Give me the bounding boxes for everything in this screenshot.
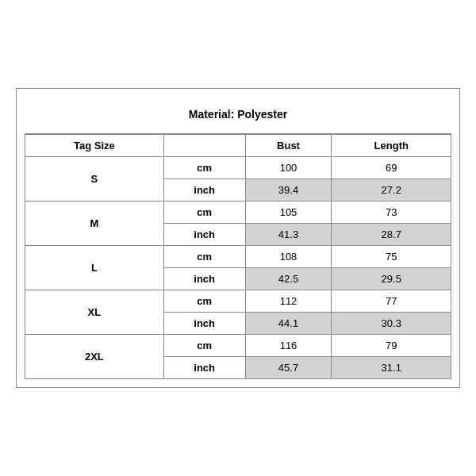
col-bust: Bust [245,135,332,157]
size-chart-container: Material: Polyester Tag Size Bust Length… [16,88,460,388]
length-cm-value: 77 [332,290,451,313]
bust-inch-value: 45.7 [245,357,332,379]
length-cm-value: 75 [332,246,451,268]
size-label: XL [25,290,164,335]
table-row: Mcm10573 [25,202,451,224]
bust-cm-value: 112 [245,290,332,313]
bust-cm-value: 116 [245,335,332,357]
unit-cm: cm [163,202,245,224]
length-cm-value: 69 [332,157,451,179]
size-label: 2XL [25,335,164,379]
chart-title: Material: Polyester [25,97,451,134]
table-row: 2XLcm11679 [25,335,451,357]
unit-cm: cm [163,157,245,179]
length-inch-value: 29.5 [332,268,451,290]
table-header-row: Tag Size Bust Length [25,135,451,157]
bust-cm-value: 105 [245,202,332,224]
length-inch-value: 31.1 [332,357,451,379]
length-inch-value: 28.7 [332,224,451,246]
bust-inch-value: 39.4 [245,179,332,202]
size-label: S [25,157,164,202]
col-unit-header [163,135,245,157]
bust-inch-value: 41.3 [245,224,332,246]
length-inch-value: 27.2 [332,179,451,202]
length-inch-value: 30.3 [332,313,451,335]
table-row: Scm10069 [25,157,451,179]
length-cm-value: 73 [332,202,451,224]
unit-inch: inch [163,224,245,246]
unit-cm: cm [163,290,245,313]
length-cm-value: 79 [332,335,451,357]
col-tag-size: Tag Size [25,135,164,157]
bust-cm-value: 108 [245,246,332,268]
bust-inch-value: 44.1 [245,313,332,335]
size-label: M [25,202,164,246]
size-label: L [25,246,164,290]
table-row: Lcm10875 [25,246,451,268]
bust-inch-value: 42.5 [245,268,332,290]
col-length: Length [332,135,451,157]
unit-cm: cm [163,246,245,268]
unit-inch: inch [163,268,245,290]
unit-inch: inch [163,313,245,335]
unit-inch: inch [163,357,245,379]
unit-cm: cm [163,335,245,357]
bust-cm-value: 100 [245,157,332,179]
unit-inch: inch [163,179,245,202]
table-row: XLcm11277 [25,290,451,313]
size-table: Tag Size Bust Length Scm10069inch39.427.… [25,134,451,379]
